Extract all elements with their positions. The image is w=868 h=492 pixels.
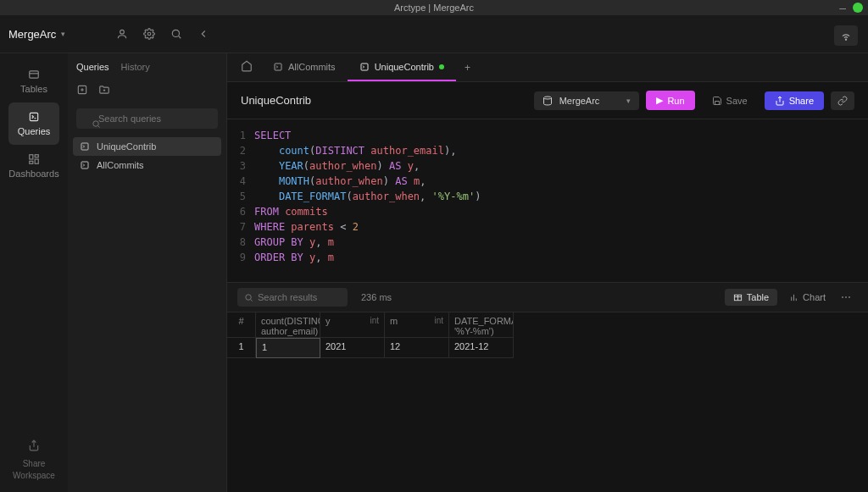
- search-icon[interactable]: [170, 28, 182, 40]
- titlebar: Arctype | MergeArc –: [0, 0, 868, 15]
- nav-dashboards[interactable]: Dashboards: [8, 145, 59, 187]
- nav-tables[interactable]: Tables: [8, 60, 59, 102]
- results-table: # count(DISTINCT author_email) y int m i…: [227, 312, 868, 358]
- view-chart-label: Chart: [803, 292, 826, 302]
- play-icon: ▶: [656, 95, 663, 106]
- user-icon[interactable]: [116, 28, 128, 40]
- col-index: #: [227, 312, 256, 338]
- results-toolbar: 236 ms Table Chart ⋯: [227, 282, 868, 312]
- sidebar-tab-queries[interactable]: Queries: [76, 62, 109, 72]
- chevron-down-icon: ▾: [61, 30, 65, 38]
- share-ws-line1: Share: [13, 458, 55, 470]
- svg-rect-9: [30, 155, 33, 159]
- svg-point-27: [246, 295, 251, 300]
- gear-icon[interactable]: [143, 28, 155, 40]
- cell-dateformat[interactable]: 2021-12: [449, 338, 514, 358]
- minimize-button[interactable]: –: [839, 2, 846, 14]
- chevron-left-icon[interactable]: [198, 28, 209, 40]
- svg-point-25: [543, 97, 551, 99]
- code-editor[interactable]: 123456789 SELECT count(DISTINCT author_e…: [227, 119, 868, 282]
- run-button[interactable]: ▶ Run: [646, 91, 694, 110]
- svg-rect-12: [30, 161, 33, 163]
- share-label: Share: [789, 96, 814, 106]
- query-item-uniquecontrib[interactable]: UniqueContrib: [73, 137, 221, 156]
- execution-time: 236 ms: [361, 292, 392, 302]
- col-dateformat[interactable]: DATE_FORMAT(auth '%Y-%m'): [449, 312, 514, 338]
- svg-point-0: [120, 30, 125, 34]
- search-icon: [92, 119, 101, 131]
- chevron-down-icon: ▾: [626, 97, 631, 105]
- svg-rect-5: [30, 71, 39, 78]
- queries-sidebar: Queries History UniqueContrib All: [68, 53, 227, 492]
- table-row[interactable]: 1 1 2021 12 2021-12: [227, 338, 868, 358]
- editor-area: AllCommits UniqueContrib + UniqueContrib…: [227, 53, 868, 492]
- table-header: # count(DISTINCT author_email) y int m i…: [227, 312, 868, 338]
- close-button[interactable]: [853, 3, 863, 13]
- svg-line-3: [179, 36, 181, 39]
- database-selector[interactable]: MergeArc ▾: [534, 91, 640, 110]
- share-button[interactable]: Share: [765, 91, 824, 110]
- sidebar-tab-history[interactable]: History: [121, 62, 150, 72]
- workspace-switcher[interactable]: MergeArc ▾: [8, 28, 65, 41]
- col-m[interactable]: m int: [385, 312, 449, 338]
- share-ws-line2: Workspace: [13, 470, 55, 482]
- new-tab-button[interactable]: +: [456, 62, 479, 74]
- svg-rect-11: [35, 159, 38, 163]
- connection-status-button[interactable]: [834, 25, 858, 46]
- svg-point-19: [93, 121, 98, 126]
- svg-point-1: [148, 32, 152, 36]
- cell-y[interactable]: 2021: [320, 338, 385, 358]
- tab-label: AllCommits: [288, 62, 336, 72]
- save-button[interactable]: Save: [702, 91, 758, 110]
- search-results-input[interactable]: [237, 288, 348, 307]
- svg-point-4: [845, 39, 846, 40]
- workspace-label: MergeArc: [8, 28, 56, 41]
- iconbar: Tables Queries Dashboards Share Workspac…: [0, 53, 68, 492]
- view-table-label: Table: [747, 292, 769, 302]
- dirty-indicator-icon: [439, 64, 444, 69]
- col-y[interactable]: y int: [320, 312, 385, 338]
- code-content[interactable]: SELECT count(DISTINCT author_email), YEA…: [254, 128, 868, 265]
- svg-rect-10: [35, 155, 38, 158]
- tab-label: UniqueContrib: [375, 62, 434, 72]
- copy-link-button[interactable]: [831, 91, 854, 110]
- share-workspace-button[interactable]: Share Workspace: [13, 439, 55, 482]
- run-label: Run: [667, 96, 684, 106]
- view-chart-button[interactable]: Chart: [781, 289, 834, 306]
- tabs-row: AllCommits UniqueContrib +: [227, 53, 868, 82]
- query-item-label: AllCommits: [97, 160, 144, 170]
- save-label: Save: [726, 96, 748, 106]
- query-header: UniqueContrib MergeArc ▾ ▶ Run Save Shar…: [227, 82, 868, 119]
- new-query-icon[interactable]: [76, 84, 88, 98]
- new-folder-icon[interactable]: [98, 84, 110, 98]
- view-table-button[interactable]: Table: [725, 289, 777, 306]
- svg-line-28: [251, 300, 253, 301]
- db-name: MergeArc: [559, 96, 600, 106]
- nav-dashboards-label: Dashboards: [8, 169, 58, 179]
- query-item-allcommits[interactable]: AllCommits: [73, 156, 221, 174]
- query-item-label: UniqueContrib: [97, 141, 156, 152]
- home-tab[interactable]: [232, 60, 261, 75]
- nav-tables-label: Tables: [20, 84, 47, 94]
- col-count[interactable]: count(DISTINCT author_email): [256, 312, 320, 338]
- query-title: UniqueContrib: [241, 94, 311, 107]
- line-gutter: 123456789: [227, 128, 254, 265]
- nav-queries-label: Queries: [18, 126, 51, 136]
- cell-m[interactable]: 12: [385, 338, 449, 358]
- top-bar: MergeArc ▾: [0, 15, 868, 53]
- tab-uniquecontrib[interactable]: UniqueContrib: [348, 53, 456, 81]
- nav-queries[interactable]: Queries: [8, 102, 59, 145]
- more-options-button[interactable]: ⋯: [834, 291, 858, 303]
- svg-line-20: [98, 126, 100, 128]
- app-title: Arctype | MergeArc: [394, 3, 474, 13]
- cell-count[interactable]: 1: [256, 338, 320, 358]
- search-icon: [244, 293, 253, 305]
- tab-allcommits[interactable]: AllCommits: [261, 53, 348, 81]
- svg-point-2: [173, 30, 180, 36]
- cell-idx: 1: [227, 338, 256, 358]
